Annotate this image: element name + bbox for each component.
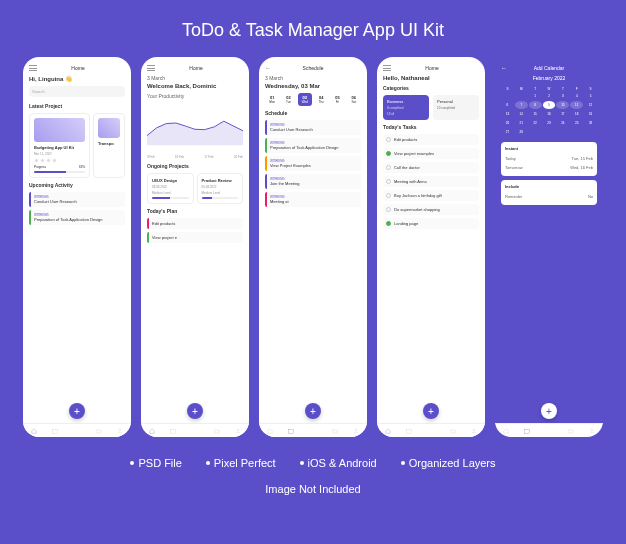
checkbox-done-icon[interactable]: [386, 151, 391, 156]
date-option[interactable]: 02Tue: [281, 93, 295, 106]
home-icon[interactable]: [31, 428, 37, 434]
cal-day[interactable]: 12: [584, 101, 597, 109]
checkbox-icon[interactable]: [386, 165, 391, 170]
todo-item[interactable]: Call the doctor: [383, 162, 479, 173]
todo-item[interactable]: Buy Jackson a birthday gift: [383, 190, 479, 201]
cal-day[interactable]: 28: [515, 128, 528, 136]
calendar-icon[interactable]: [406, 428, 412, 434]
task-item[interactable]: WORKINGJoin the Meeting: [265, 174, 361, 189]
cal-day[interactable]: 2: [543, 92, 556, 100]
task-item[interactable]: WORKINGView Project Examples: [265, 156, 361, 171]
menu-icon[interactable]: [147, 65, 155, 71]
cal-day[interactable]: 24: [556, 119, 569, 127]
calendar-icon[interactable]: [170, 428, 176, 434]
project-card[interactable]: Budgeting App UI Kit Mar 11, 2022 Progre…: [29, 113, 90, 178]
checkbox-icon[interactable]: [386, 207, 391, 212]
task-item[interactable]: WORKINGPreparation of Task Application D…: [265, 138, 361, 153]
task-item[interactable]: View project e: [147, 232, 243, 243]
task-item[interactable]: WORKINGConduct User Research: [265, 120, 361, 135]
add-button[interactable]: +: [423, 403, 439, 419]
checkbox-icon[interactable]: [386, 179, 391, 184]
back-arrow-icon[interactable]: ←: [501, 65, 507, 71]
cal-day[interactable]: 7: [515, 101, 528, 109]
profile-icon[interactable]: [117, 428, 123, 434]
todo-item[interactable]: Landing page: [383, 218, 479, 229]
cal-day[interactable]: 27: [501, 128, 514, 136]
cal-day[interactable]: 15: [529, 110, 542, 118]
add-button[interactable]: +: [541, 403, 557, 419]
cal-day[interactable]: 20: [501, 119, 514, 127]
project-card[interactable]: Product Review 09.03.2022 Medium Level: [197, 173, 244, 204]
cal-day[interactable]: 16: [543, 110, 556, 118]
cal-day[interactable]: 13: [501, 110, 514, 118]
menu-icon[interactable]: [383, 65, 391, 71]
cal-day-active[interactable]: 9: [543, 101, 556, 109]
profile-icon[interactable]: [589, 428, 595, 434]
add-button[interactable]: +: [69, 403, 85, 419]
cal-day[interactable]: 1: [529, 92, 542, 100]
cal-day[interactable]: 19: [584, 110, 597, 118]
category-card-business[interactable]: Business 8 completed 13 all: [383, 95, 429, 120]
cal-day[interactable]: 8: [529, 101, 542, 109]
add-button[interactable]: +: [187, 403, 203, 419]
date-option[interactable]: 01Mon: [265, 93, 279, 106]
folder-icon[interactable]: [568, 428, 574, 434]
task-item[interactable]: WORKING Conduct User Research: [29, 192, 125, 207]
home-icon[interactable]: [267, 428, 273, 434]
folder-icon[interactable]: [332, 428, 338, 434]
calendar-icon[interactable]: [288, 428, 294, 434]
task-item[interactable]: WORKINGMeeting at: [265, 192, 361, 207]
cal-day[interactable]: 25: [570, 119, 583, 127]
todo-item[interactable]: Meeting with Anna: [383, 176, 479, 187]
cal-day[interactable]: 17: [556, 110, 569, 118]
home-icon[interactable]: [385, 428, 391, 434]
todo-item[interactable]: Do supermarket shopping: [383, 204, 479, 215]
task-item[interactable]: Edit products: [147, 218, 243, 229]
date-option-active[interactable]: 03Wed: [298, 93, 312, 106]
date-option[interactable]: 04Thu: [314, 93, 328, 106]
cal-day[interactable]: [515, 92, 528, 100]
cal-day[interactable]: 10: [556, 101, 569, 109]
profile-icon[interactable]: [235, 428, 241, 434]
cal-day[interactable]: 14: [515, 110, 528, 118]
cal-day[interactable]: 26: [584, 119, 597, 127]
folder-icon[interactable]: [450, 428, 456, 434]
home-icon[interactable]: [149, 428, 155, 434]
profile-icon[interactable]: [471, 428, 477, 434]
back-arrow-icon[interactable]: ←: [265, 65, 271, 71]
menu-icon[interactable]: [29, 65, 37, 71]
task-item[interactable]: WORKING Preparation of Task Application …: [29, 210, 125, 225]
option-tomorrow[interactable]: TomorrowWed, 16 Feb: [505, 163, 593, 172]
date-option[interactable]: 06Sat: [347, 93, 361, 106]
folder-icon[interactable]: [214, 428, 220, 434]
cal-day[interactable]: 23: [543, 119, 556, 127]
category-card-personal[interactable]: Personal 10 completed: [433, 95, 479, 120]
option-reminder[interactable]: ReminderNo: [505, 192, 593, 201]
cal-day[interactable]: 22: [529, 119, 542, 127]
cal-day[interactable]: [501, 92, 514, 100]
calendar-icon[interactable]: [52, 428, 58, 434]
date-option[interactable]: 05Fri: [330, 93, 344, 106]
project-card[interactable]: UI/UX Design 08.03.2022 Medium Level: [147, 173, 194, 204]
cal-day[interactable]: 6: [501, 101, 514, 109]
project-card-2[interactable]: Transpo: [93, 113, 125, 178]
cal-day[interactable]: 21: [515, 119, 528, 127]
cal-day[interactable]: 5: [584, 92, 597, 100]
cal-day[interactable]: 18: [570, 110, 583, 118]
checkbox-icon[interactable]: [386, 193, 391, 198]
option-today[interactable]: TodayTue, 15 Feb: [505, 154, 593, 163]
cal-day[interactable]: 3: [556, 92, 569, 100]
cal-day[interactable]: 4: [570, 92, 583, 100]
cal-day[interactable]: 11: [570, 101, 583, 109]
todo-item[interactable]: Edit products: [383, 134, 479, 145]
section-latest-project: Latest Project: [29, 103, 125, 109]
add-button[interactable]: +: [305, 403, 321, 419]
profile-icon[interactable]: [353, 428, 359, 434]
calendar-icon[interactable]: [524, 428, 530, 434]
home-icon[interactable]: [503, 428, 509, 434]
folder-icon[interactable]: [96, 428, 102, 434]
checkbox-icon[interactable]: [386, 137, 391, 142]
todo-item[interactable]: View project examples: [383, 148, 479, 159]
checkbox-done-icon[interactable]: [386, 221, 391, 226]
search-input[interactable]: Search: [29, 86, 125, 97]
